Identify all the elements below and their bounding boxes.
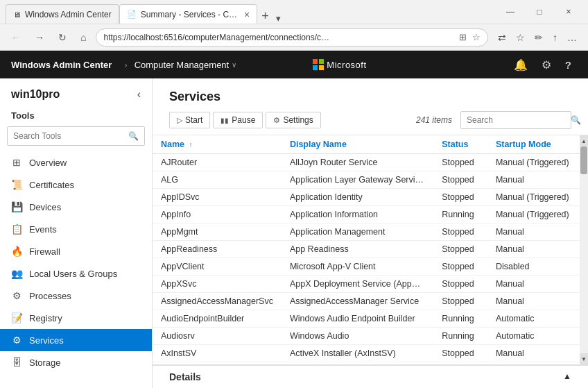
table-row[interactable]: AppVClient Microsoft App-V Client Stoppe… bbox=[153, 258, 588, 276]
table-row[interactable]: ALG Application Layer Gateway Servi… Sto… bbox=[153, 171, 588, 189]
events-icon: 📋 bbox=[11, 223, 22, 235]
back-button[interactable]: ← bbox=[7, 29, 25, 46]
address-text: https://localhost:6516/computerManagemen… bbox=[103, 33, 453, 42]
table-row[interactable]: AudioEndpointBuilder Windows Audio Endpo… bbox=[153, 310, 588, 328]
sidebar-item-local-users[interactable]: 👥 Local Users & Groups bbox=[0, 262, 152, 285]
close-button[interactable]: × bbox=[555, 0, 582, 24]
col-header-startup[interactable]: Startup Mode bbox=[487, 135, 588, 154]
cell-status: Running bbox=[433, 206, 487, 223]
address-bar[interactable]: https://localhost:6516/computerManagemen… bbox=[96, 28, 488, 47]
notes-icon[interactable]: ✏ bbox=[530, 29, 547, 46]
cell-name: ALG bbox=[153, 171, 282, 189]
registry-icon: 📝 bbox=[11, 312, 22, 323]
sidebar-item-storage[interactable]: 🗄 Storage bbox=[0, 351, 152, 373]
more-icon[interactable]: … bbox=[563, 29, 581, 46]
certificates-icon: 📜 bbox=[11, 179, 22, 190]
table-row[interactable]: AppIDSvc Application Identity Stopped Ma… bbox=[153, 189, 588, 206]
table-row[interactable]: AJRouter AllJoyn Router Service Stopped … bbox=[153, 154, 588, 171]
maximize-button[interactable]: □ bbox=[526, 0, 553, 24]
browser-tools: ⇄ ☆ ✏ ↑ … bbox=[494, 29, 581, 46]
cell-startup: Manual bbox=[487, 171, 588, 189]
refresh-button[interactable]: ↻ bbox=[54, 29, 71, 46]
cell-status: Stopped bbox=[433, 276, 487, 293]
sidebar-item-firewall[interactable]: 🔥 Firewall bbox=[0, 240, 152, 262]
bookmark-icon[interactable]: ☆ bbox=[472, 32, 481, 42]
notifications-button[interactable]: 🔔 bbox=[508, 56, 533, 74]
split-view-icon[interactable]: ⊞ bbox=[459, 32, 467, 42]
tab2-close[interactable]: × bbox=[244, 9, 250, 20]
table-row[interactable]: AxInstSV ActiveX Installer (AxInstSV) St… bbox=[153, 345, 588, 362]
cell-status: Stopped bbox=[433, 362, 487, 365]
settings-toolbar-button[interactable]: ⚙ Settings bbox=[266, 112, 320, 128]
sidebar-nav: ⊞ Overview 📜 Certificates 💾 Devices 📋 Ev… bbox=[0, 151, 152, 388]
search-icon: 🔍 bbox=[571, 115, 581, 125]
table-row[interactable]: AppMgmt Application Management Stopped M… bbox=[153, 223, 588, 241]
browser-tab-1[interactable]: 🖥 Windows Admin Center bbox=[6, 4, 119, 24]
tab-dropdown-icon[interactable]: ▾ bbox=[273, 13, 284, 24]
sidebar-header: win10pro ‹ bbox=[0, 78, 152, 106]
table-row[interactable]: BbService BBService - Service Protector … bbox=[153, 362, 588, 365]
cell-display: BBService - Service Protector Si… bbox=[282, 362, 433, 365]
table-header: Name ↑ Display Name Status Startup Mode bbox=[153, 135, 588, 154]
address-bar-icons: ⊞ ☆ bbox=[453, 32, 481, 42]
table-container[interactable]: Name ↑ Display Name Status Startup Mode bbox=[153, 135, 588, 364]
sidebar-search-box[interactable]: 🔍 bbox=[7, 126, 145, 146]
search-box[interactable]: 🔍 bbox=[460, 111, 571, 129]
sidebar-item-overview[interactable]: ⊞ Overview bbox=[0, 151, 152, 174]
sidebar-item-processes[interactable]: ⚙ Processes bbox=[0, 285, 152, 307]
start-button[interactable]: ▷ Start bbox=[169, 112, 210, 128]
cell-status: Running bbox=[433, 310, 487, 328]
details-expand-icon[interactable]: ▲ bbox=[563, 371, 571, 381]
sidebar-item-services[interactable]: ⚙ Services bbox=[0, 329, 152, 351]
col-header-status[interactable]: Status bbox=[433, 135, 487, 154]
share-icon[interactable]: ↑ bbox=[548, 29, 562, 46]
browser-tab-2[interactable]: 📄 Summary - Services - C… × bbox=[119, 4, 258, 24]
col-header-display[interactable]: Display Name bbox=[282, 135, 433, 154]
cell-startup: Automatic bbox=[487, 328, 588, 345]
minimize-button[interactable]: — bbox=[496, 0, 524, 24]
table-row[interactable]: AppReadiness App Readiness Stopped Manua… bbox=[153, 241, 588, 258]
sidebar-search-input[interactable] bbox=[13, 131, 128, 141]
table-row[interactable]: AppXSvc AppX Deployment Service (App… St… bbox=[153, 276, 588, 293]
sidebar-item-certificates[interactable]: 📜 Certificates bbox=[0, 174, 152, 196]
search-input[interactable] bbox=[467, 115, 571, 125]
sidebar-item-services-label: Services bbox=[29, 335, 64, 346]
settings-button[interactable]: ⚙ bbox=[536, 56, 557, 74]
cell-status: Stopped bbox=[433, 293, 487, 310]
help-button[interactable]: ? bbox=[560, 56, 577, 74]
ms-sq-yellow bbox=[319, 65, 324, 70]
table-row[interactable]: AssignedAccessManagerSvc AssignedAccessM… bbox=[153, 293, 588, 310]
storage-icon: 🗄 bbox=[11, 357, 22, 368]
app-brand[interactable]: Windows Admin Center bbox=[11, 60, 123, 70]
sidebar-item-devices[interactable]: 💾 Devices bbox=[0, 196, 152, 218]
table-row[interactable]: Audiosrv Windows Audio Running Automatic bbox=[153, 328, 588, 345]
sharing-icon[interactable]: ⇄ bbox=[494, 29, 510, 46]
sidebar-item-certificates-label: Certificates bbox=[29, 180, 74, 190]
forward-button[interactable]: → bbox=[31, 29, 49, 46]
cell-display: Application Identity bbox=[282, 189, 433, 206]
sidebar-collapse-button[interactable]: ‹ bbox=[137, 88, 141, 101]
cell-startup: Manual (Triggered) bbox=[487, 154, 588, 171]
table-row[interactable]: AppInfo Application Information Running … bbox=[153, 206, 588, 223]
scroll-up-arrow[interactable]: ▲ bbox=[580, 135, 588, 146]
scrollbar[interactable]: ▲ ▼ bbox=[580, 135, 588, 364]
pause-button[interactable]: ▮▮ Pause bbox=[213, 112, 263, 128]
scroll-down-arrow[interactable]: ▼ bbox=[580, 353, 588, 364]
home-button[interactable]: ⌂ bbox=[76, 29, 90, 46]
overview-icon: ⊞ bbox=[11, 157, 22, 168]
new-tab-button[interactable]: + bbox=[257, 9, 273, 24]
topbar-actions: 🔔 ⚙ ? bbox=[508, 56, 577, 74]
sidebar-item-registry[interactable]: 📝 Registry bbox=[0, 307, 152, 329]
col-header-name[interactable]: Name ↑ bbox=[153, 135, 282, 154]
page-title: Services bbox=[169, 90, 571, 104]
scroll-thumb[interactable] bbox=[580, 146, 587, 174]
col-status-label: Status bbox=[442, 140, 468, 149]
sidebar-item-events[interactable]: 📋 Events bbox=[0, 218, 152, 240]
app-body: win10pro ‹ Tools 🔍 ⊞ Overview 📜 Certific… bbox=[0, 78, 588, 388]
breadcrumb-text: Computer Management bbox=[135, 60, 230, 70]
favorites-icon[interactable]: ☆ bbox=[512, 29, 529, 46]
breadcrumb-separator: › bbox=[124, 60, 127, 70]
content-header: Services ▷ Start ▮▮ Pause ⚙ Settings 241… bbox=[153, 78, 588, 135]
breadcrumb-link[interactable]: Computer Management ∨ bbox=[129, 60, 243, 70]
sidebar-item-devices-label: Devices bbox=[29, 202, 61, 212]
